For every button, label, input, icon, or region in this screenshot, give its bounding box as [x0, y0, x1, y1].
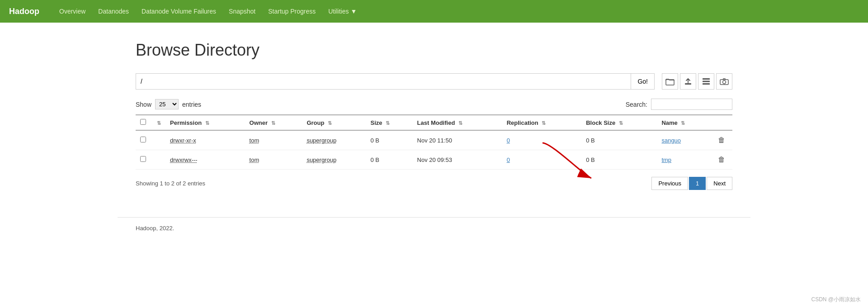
- page-footer: Hadoop, 2022.: [118, 217, 750, 239]
- entries-select[interactable]: 25 10 50 100: [155, 99, 179, 109]
- go-button[interactable]: Go!: [631, 73, 655, 90]
- entries-label: entries: [182, 101, 201, 108]
- cell-name-1[interactable]: tmp: [657, 150, 711, 170]
- svg-rect-1: [685, 83, 691, 85]
- path-input[interactable]: [136, 73, 631, 90]
- show-label: Show: [136, 101, 151, 108]
- showing-text: Showing 1 to 2 of 2 entries: [136, 180, 205, 187]
- toolbar-list-icon[interactable]: [698, 73, 714, 90]
- cell-permission-1: drwxrwx---: [165, 150, 245, 170]
- col-permission: Permission ⇅: [165, 115, 245, 130]
- cell-replication-0[interactable]: 0: [502, 130, 582, 150]
- col-owner: Owner ⇅: [245, 115, 302, 130]
- col-last-modified: Last Modified ⇅: [413, 115, 502, 130]
- nav-datanodes[interactable]: Datanodes: [92, 0, 135, 23]
- table-footer: Showing 1 to 2 of 2 entries Previous 1 N…: [136, 177, 732, 190]
- col-block-size: Block Size ⇅: [581, 115, 657, 130]
- nav-overview[interactable]: Overview: [53, 0, 92, 23]
- cell-replication-1[interactable]: 0: [502, 150, 582, 170]
- navbar: Hadoop Overview Datanodes Datanode Volum…: [0, 0, 868, 23]
- cell-group-0: supergroup: [302, 130, 366, 150]
- col-group: Group ⇅: [302, 115, 366, 130]
- pagination: Previous 1 Next: [651, 177, 732, 190]
- sort-all-icon[interactable]: ⇅: [157, 120, 161, 126]
- row-checkbox-1[interactable]: [140, 156, 146, 162]
- nav-utilities[interactable]: Utilities ▼: [322, 0, 365, 23]
- col-size: Size ⇅: [366, 115, 413, 130]
- search-label: Search:: [626, 101, 647, 108]
- delete-btn-0[interactable]: 🗑: [715, 135, 728, 145]
- nav-datanode-volume-failures[interactable]: Datanode Volume Failures: [135, 0, 222, 23]
- cell-group-1: supergroup: [302, 150, 366, 170]
- toolbar-icons: [662, 73, 732, 90]
- cell-last-modified-0: Nov 20 11:50: [413, 130, 502, 150]
- cell-name-0[interactable]: sanguo: [657, 130, 711, 150]
- toolbar-upload-icon[interactable]: [680, 73, 696, 90]
- cell-owner-1: tom: [245, 150, 302, 170]
- toolbar-folder-icon[interactable]: [662, 73, 678, 90]
- svg-rect-2: [703, 78, 710, 80]
- cell-block-size-0: 0 B: [581, 130, 657, 150]
- show-entries: Show 25 10 50 100 entries: [136, 99, 201, 109]
- page-title: Browse Directory: [136, 41, 732, 60]
- toolbar-camera-icon[interactable]: [716, 73, 732, 90]
- col-name: Name ⇅: [657, 115, 711, 130]
- nav-startup-progress[interactable]: Startup Progress: [262, 0, 322, 23]
- cell-owner-0: tom: [245, 130, 302, 150]
- directory-table: ⇅ Permission ⇅ Owner ⇅ Group ⇅ Size ⇅ La…: [136, 114, 732, 170]
- svg-rect-0: [666, 80, 674, 85]
- table-row: drwxr-xr-x tom supergroup 0 B Nov 20 11:…: [136, 130, 732, 150]
- page-1-button[interactable]: 1: [689, 177, 706, 190]
- previous-button[interactable]: Previous: [651, 177, 688, 190]
- next-button[interactable]: Next: [707, 177, 732, 190]
- col-replication: Replication ⇅: [502, 115, 582, 130]
- search-input[interactable]: [651, 99, 732, 110]
- svg-rect-3: [703, 81, 710, 82]
- table-controls: Show 25 10 50 100 entries Search:: [136, 99, 732, 110]
- svg-rect-4: [703, 83, 710, 85]
- table-row: drwxrwx--- tom supergroup 0 B Nov 20 09:…: [136, 150, 732, 170]
- cell-permission-0: drwxr-xr-x: [165, 130, 245, 150]
- svg-point-6: [723, 81, 726, 84]
- select-all-checkbox[interactable]: [140, 119, 146, 125]
- search-area: Search:: [626, 99, 732, 110]
- nav-snapshot[interactable]: Snapshot: [222, 0, 262, 23]
- main-content: Browse Directory Go!: [118, 23, 750, 217]
- brand-logo[interactable]: Hadoop: [9, 7, 39, 16]
- row-checkbox-0[interactable]: [140, 137, 146, 142]
- footer-text: Hadoop, 2022.: [136, 225, 174, 232]
- cell-last-modified-1: Nov 20 09:53: [413, 150, 502, 170]
- cell-size-0: 0 B: [366, 130, 413, 150]
- cell-size-1: 0 B: [366, 150, 413, 170]
- path-bar: Go!: [136, 73, 732, 90]
- cell-block-size-1: 0 B: [581, 150, 657, 170]
- delete-btn-1[interactable]: 🗑: [715, 155, 728, 165]
